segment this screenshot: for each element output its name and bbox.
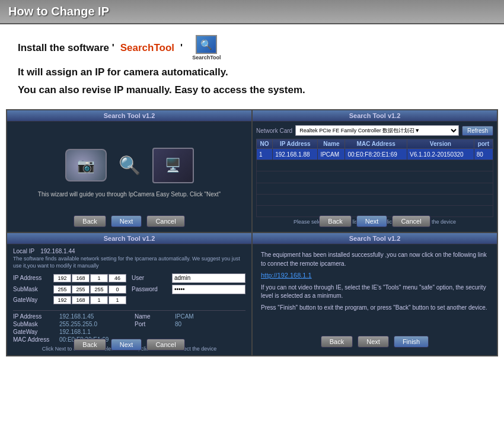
panels-grid: Search Tool v1.2 📷 🔍 🖥️ This wizard will…: [6, 109, 498, 356]
gateway-input-group: [53, 296, 127, 304]
panel2-title: Search Tool v1.2: [253, 110, 497, 122]
panel2-back-button[interactable]: Back: [319, 215, 351, 227]
info-name-val: IPCAM: [175, 313, 245, 320]
panel-wizard: Search Tool v1.2 📷 🔍 🖥️ This wizard will…: [7, 110, 252, 233]
panel3-cancel-button[interactable]: Cancel: [146, 339, 184, 351]
local-ip-row: Local IP 192.168.1.44: [13, 248, 245, 254]
intro-line1-prefix: Install the software ': [18, 42, 114, 54]
info-gw-val: 192.168.1.1: [59, 329, 130, 335]
intro-line3: You can also revise IP manually. Easy to…: [18, 84, 486, 96]
refresh-button[interactable]: Refresh: [462, 126, 493, 136]
submask-label: SubMask: [13, 286, 49, 292]
col-port: port: [474, 139, 493, 149]
panel2-cancel-button[interactable]: Cancel: [392, 215, 430, 227]
panel1-next-button[interactable]: Next: [111, 215, 142, 227]
panel1-body: 📷 🔍 🖥️ This wizard will guide you throug…: [7, 122, 251, 230]
table-row[interactable]: 1 192.168.1.88 IPCAM 00:E0:F8:20:E1:69 V…: [257, 149, 493, 160]
sub-seg-3[interactable]: [90, 285, 108, 294]
local-ip-val: 192.168.1.44: [40, 248, 75, 254]
panel1-buttons: Back Next Cancel: [7, 215, 251, 227]
info-name-label: Name: [135, 313, 170, 320]
results-table: NO IP Address Name MAC Address Version p…: [256, 139, 493, 217]
col-ip: IP Address: [273, 139, 318, 149]
wizard-text: This wizard will guide you through IpCam…: [38, 190, 221, 199]
password-input[interactable]: [172, 285, 245, 294]
password-label: Password: [132, 286, 167, 292]
network-card-label: Network Card: [256, 128, 292, 134]
panel3-buttons: Back Next Cancel: [7, 339, 251, 351]
sub-seg-2[interactable]: [72, 285, 90, 294]
gw-seg-1[interactable]: [53, 296, 71, 304]
user-input[interactable]: [172, 273, 245, 283]
camera1-icon: 📷: [65, 149, 107, 182]
panel4-finish-button[interactable]: Finish: [394, 336, 429, 348]
panel2-body: Network Card Realtek PCIe FE Family Cont…: [253, 122, 497, 230]
ip-seg-1[interactable]: [53, 274, 71, 282]
panel3-back-button[interactable]: Back: [74, 339, 106, 351]
gw-seg-2[interactable]: [72, 296, 90, 304]
table-row[interactable]: [257, 183, 493, 194]
cell-mac: 00:E0:F8:20:E1:69: [345, 149, 407, 160]
panel3-body: Local IP 192.168.1.44 The software finds…: [7, 244, 251, 353]
panel2-next-button[interactable]: Next: [356, 215, 388, 227]
panel4-back-button[interactable]: Back: [321, 336, 353, 348]
info-sub-label: SubMask: [13, 321, 55, 327]
panel4-buttons: Back Next Finish: [261, 336, 489, 348]
panel1-cancel-button[interactable]: Cancel: [146, 215, 184, 227]
sub-seg-4[interactable]: [109, 285, 126, 294]
panel-success: Search Tool v1.2 The equipment has been …: [252, 233, 497, 355]
submask-input-group: [53, 285, 127, 294]
ip-address-input-group: [53, 274, 127, 282]
info-sub-val: 255.255.255.0: [59, 321, 130, 327]
col-version: Version: [407, 139, 474, 149]
panel-ip-config: Search Tool v1.2 Local IP 192.168.1.44 T…: [7, 233, 252, 355]
col-name: Name: [318, 139, 345, 149]
searchtool-name: SearchTool: [120, 42, 174, 54]
cell-version: V6.1.10.2-20150320: [407, 149, 474, 160]
panel4-body: The equipment has been installed success…: [253, 244, 497, 353]
local-ip-label: Local IP: [13, 248, 34, 254]
gw-seg-3[interactable]: [90, 296, 108, 304]
panel3-title: Search Tool v1.2: [7, 233, 251, 244]
gw-seg-4[interactable]: [109, 296, 126, 304]
panel2-buttons: Back Next Cancel: [253, 215, 497, 227]
panel4-next-button[interactable]: Next: [358, 336, 389, 348]
press-text: Press "Finish" button to exit the progra…: [261, 304, 489, 312]
intro-line1: Install the software 'SearchTool' 🔍 Sear…: [18, 35, 486, 61]
table-row[interactable]: [257, 160, 493, 171]
info-ip-label: IP Address: [13, 313, 55, 320]
col-no: NO: [257, 139, 273, 149]
user-label: User: [132, 275, 167, 281]
success-text: The equipment has been installed success…: [261, 250, 489, 268]
panel-search-results: Search Tool v1.2 Network Card Realtek PC…: [252, 110, 497, 233]
note-text: The software finds available network set…: [13, 256, 245, 269]
info-gw-label: GateWay: [13, 329, 55, 335]
cell-name: IPCAM: [318, 149, 345, 160]
camera-icons: 📷 🔍 🖥️: [65, 148, 194, 183]
panel1-back-button[interactable]: Back: [74, 215, 106, 227]
camera2-monitor-icon: 🖥️: [152, 148, 194, 183]
col-mac: MAC Address: [345, 139, 407, 149]
panel3-next-button[interactable]: Next: [111, 339, 142, 351]
magnify-icon: 🔍: [119, 155, 141, 176]
intro-line1-suffix: ': [180, 42, 183, 54]
network-card-select[interactable]: Realtek PCIe FE Family Controller 数据包计划召…: [295, 125, 459, 136]
ip-seg-3[interactable]: [90, 274, 108, 282]
camera-link[interactable]: http://192.168.1.1: [261, 272, 489, 279]
cell-no: 1: [257, 149, 273, 160]
cell-ip: 192.168.1.88: [273, 149, 318, 160]
network-card-row: Network Card Realtek PCIe FE Family Cont…: [256, 125, 493, 136]
sub-seg-1[interactable]: [53, 285, 71, 294]
intro-line2: It will assign an IP for camera automati…: [18, 66, 486, 78]
table-row[interactable]: [257, 171, 493, 183]
panel4-title: Search Tool v1.2: [253, 233, 497, 244]
searchtool-icon-box: 🔍: [196, 35, 217, 54]
gateway-label: GateWay: [13, 297, 49, 303]
ip-seg-2[interactable]: [72, 274, 90, 282]
ip-address-label: IP Address: [13, 275, 49, 281]
cell-port: 80: [474, 149, 493, 160]
ip-seg-4[interactable]: [109, 274, 126, 282]
panel1-title: Search Tool v1.2: [7, 110, 251, 122]
divider: [13, 310, 245, 311]
table-row[interactable]: [257, 194, 493, 205]
